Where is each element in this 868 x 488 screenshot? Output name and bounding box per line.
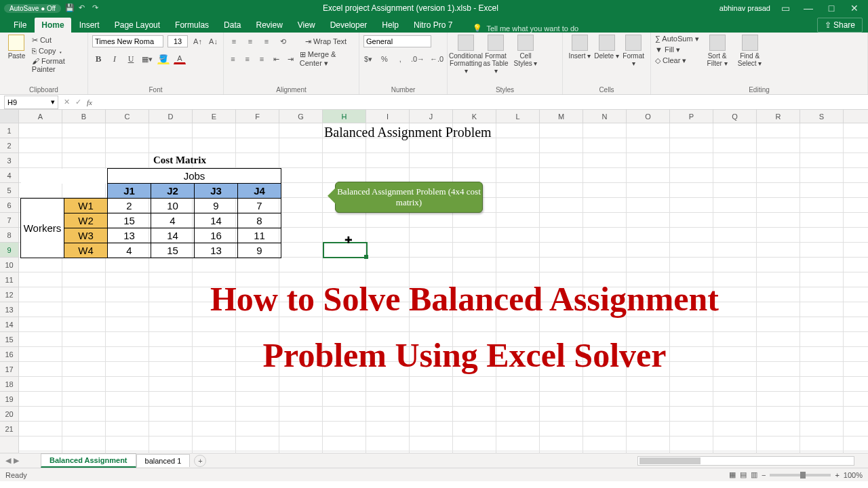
tab-insert[interactable]: Insert: [73, 18, 106, 33]
clear-button[interactable]: ◇ Clear ▾: [655, 56, 699, 65]
underline-button[interactable]: U: [125, 54, 137, 64]
sheet-tab[interactable]: Balanced Assignment: [41, 453, 136, 468]
close-icon[interactable]: ✕: [846, 3, 863, 14]
column-header[interactable]: S: [800, 110, 844, 123]
column-header[interactable]: D: [149, 110, 193, 123]
grow-font-icon[interactable]: A↑: [192, 36, 203, 47]
share-button[interactable]: ⇪ Share: [817, 18, 863, 33]
name-box[interactable]: H9▾: [4, 96, 58, 109]
undo-icon[interactable]: ↶: [79, 3, 88, 13]
conditional-formatting-button[interactable]: Conditional Formatting ▾: [452, 35, 480, 75]
indent-icon[interactable]: ⇥: [285, 54, 296, 64]
tab-help[interactable]: Help: [375, 18, 406, 33]
cut-button[interactable]: ✂ Cut: [32, 36, 83, 45]
select-all-corner[interactable]: [0, 110, 19, 123]
tab-view[interactable]: View: [291, 18, 322, 33]
minimize-icon[interactable]: —: [800, 3, 816, 14]
format-painter-button[interactable]: 🖌 Format Painter: [32, 57, 83, 73]
view-normal-icon[interactable]: ▦: [729, 470, 736, 479]
align-bottom-icon[interactable]: ≡: [260, 36, 273, 47]
cost-cell[interactable]: 11: [238, 228, 281, 243]
cost-cell[interactable]: 10: [151, 199, 195, 214]
sheet-nav-prev-icon[interactable]: ◀: [5, 456, 11, 465]
row-header[interactable]: 3: [0, 153, 18, 168]
callout-shape[interactable]: Balanced Assignment Problem (4x4 cost ma…: [335, 182, 483, 213]
align-left-icon[interactable]: ≡: [228, 54, 238, 64]
font-name-input[interactable]: [92, 35, 163, 47]
row-header[interactable]: 20: [0, 407, 18, 422]
zoom-slider[interactable]: [770, 474, 831, 476]
align-center-icon[interactable]: ≡: [242, 54, 252, 64]
cancel-formula-icon[interactable]: ✕: [64, 98, 70, 106]
row-header[interactable]: 18: [0, 377, 18, 392]
row-header[interactable]: 7: [0, 213, 18, 228]
insert-cells-button[interactable]: Insert ▾: [567, 35, 593, 67]
cost-cell[interactable]: 9: [195, 199, 238, 214]
tab-developer[interactable]: Developer: [323, 18, 374, 33]
row-header[interactable]: 12: [0, 287, 18, 302]
zoom-out-icon[interactable]: −: [762, 471, 766, 479]
orientation-icon[interactable]: ⟲: [277, 36, 289, 47]
column-header[interactable]: F: [236, 110, 279, 123]
column-header[interactable]: H: [323, 110, 366, 123]
column-header[interactable]: P: [670, 110, 713, 123]
cost-cell[interactable]: 14: [195, 214, 238, 228]
tab-file[interactable]: File: [7, 18, 33, 33]
italic-button[interactable]: I: [108, 54, 121, 64]
zoom-level[interactable]: 100%: [844, 471, 863, 479]
row-header[interactable]: 16: [0, 347, 18, 362]
cost-cell[interactable]: 4: [151, 214, 195, 228]
cost-cell[interactable]: 13: [108, 228, 151, 243]
row-header[interactable]: 19: [0, 392, 18, 407]
row-header[interactable]: 14: [0, 317, 18, 332]
find-select-button[interactable]: Find & Select ▾: [736, 35, 764, 67]
column-header[interactable]: B: [62, 110, 106, 123]
row-header[interactable]: 6: [0, 198, 18, 213]
number-format-select[interactable]: [363, 35, 431, 47]
cost-cell[interactable]: 15: [151, 243, 195, 258]
view-page-layout-icon[interactable]: ▤: [740, 470, 747, 479]
tab-review[interactable]: Review: [249, 18, 289, 33]
wrap-text-button[interactable]: ⇥ Wrap Text: [305, 37, 347, 46]
enter-formula-icon[interactable]: ✓: [75, 98, 81, 106]
copy-button[interactable]: ⎘ Copy ▾: [32, 47, 83, 55]
autosave-toggle[interactable]: AutoSave ● Off: [4, 4, 61, 13]
paste-button[interactable]: Paste: [4, 35, 29, 73]
fill-color-icon[interactable]: 🪣: [157, 54, 170, 64]
ribbon-options-icon[interactable]: ▭: [777, 3, 793, 14]
borders-icon[interactable]: ▦▾: [141, 54, 153, 64]
format-as-table-button[interactable]: Format as Table ▾: [481, 35, 510, 75]
align-right-icon[interactable]: ≡: [256, 54, 267, 64]
fill-button[interactable]: ▼ Fill ▾: [655, 45, 699, 54]
row-header[interactable]: 15: [0, 332, 18, 347]
merge-center-button[interactable]: ⊞ Merge & Center ▾: [300, 50, 355, 68]
save-icon[interactable]: 💾: [65, 3, 75, 13]
row-header[interactable]: 1: [0, 123, 18, 138]
font-color-icon[interactable]: A: [174, 54, 186, 64]
column-header[interactable]: N: [583, 110, 627, 123]
column-header[interactable]: M: [540, 110, 583, 123]
fx-icon[interactable]: fx: [87, 98, 92, 106]
tab-nitro[interactable]: Nitro Pro 7: [407, 18, 459, 33]
row-header[interactable]: 9: [0, 243, 18, 258]
dedent-icon[interactable]: ⇤: [271, 54, 281, 64]
sheet-nav-next-icon[interactable]: ▶: [14, 456, 19, 465]
tab-home[interactable]: Home: [35, 18, 71, 33]
currency-icon[interactable]: $▾: [363, 54, 373, 64]
sort-filter-button[interactable]: Sort & Filter ▾: [703, 35, 732, 67]
bold-button[interactable]: B: [92, 54, 104, 64]
tab-formulas[interactable]: Formulas: [168, 18, 216, 33]
view-page-break-icon[interactable]: ▥: [751, 470, 757, 479]
column-header[interactable]: J: [410, 110, 453, 123]
redo-icon[interactable]: ↷: [92, 3, 102, 13]
column-header[interactable]: C: [106, 110, 149, 123]
align-middle-icon[interactable]: ≡: [244, 36, 256, 47]
comma-icon[interactable]: ,: [396, 54, 405, 64]
column-header[interactable]: A: [19, 110, 62, 123]
tab-data[interactable]: Data: [217, 18, 248, 33]
cost-cell[interactable]: 14: [151, 228, 195, 243]
cost-cell[interactable]: 4: [108, 243, 151, 258]
column-header[interactable]: K: [453, 110, 496, 123]
cost-cell[interactable]: 9: [238, 243, 281, 258]
zoom-in-icon[interactable]: +: [835, 471, 839, 479]
